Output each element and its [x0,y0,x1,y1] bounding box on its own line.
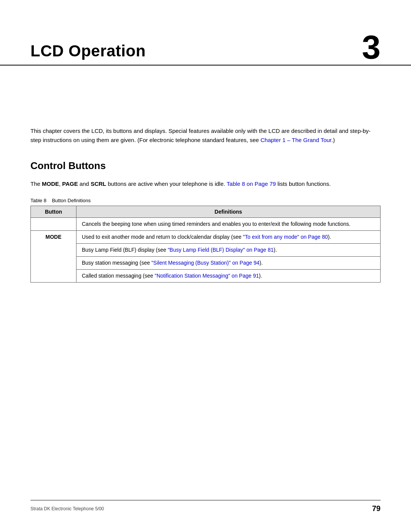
table-caption-label: Table 8 [30,198,46,203]
section-text-1: The [30,181,42,187]
chapter-title: LCD Operation [30,42,146,60]
col-header-button: Button [31,206,76,218]
table-row-1: Busy Lamp Field (BLF) display (see "Busy… [31,244,381,257]
section-body: The MODE, PAGE and SCRL buttons are acti… [30,179,381,189]
table-caption-text: Button Definitions [52,198,91,203]
cancel-button-cell [31,218,76,231]
table-caption: Table 8 Button Definitions [30,198,381,203]
chapter-number: 3 [362,30,381,64]
mode-label-cell: MODE [31,231,76,283]
row-4-link[interactable]: "Notification Station Messaging" on Page… [155,273,259,279]
page-bold: PAGE [62,181,78,187]
main-content: This chapter covers the LCD, its buttons… [0,126,411,283]
scrl-bold: SCRL [91,181,106,187]
section-text-4: lists button functions. [276,181,331,187]
row-0-def-text1: Used to exit another mode and return to … [82,234,243,240]
table-row-0: MODE Used to exit another mode and retur… [31,231,381,244]
table-row-4: Called station messaging (see "Notificat… [31,270,381,283]
col-header-definitions: Definitions [76,206,381,218]
page-footer: Strata DK Electronic Telephone 5/00 79 [30,500,381,513]
section-heading: Control Buttons [30,160,381,172]
table-link[interactable]: Table 8 on Page 79 [227,181,276,187]
row-0-def-text2: ). [328,234,331,240]
row-4-def-text1: Called station messaging (see [82,273,155,279]
intro-paragraph: This chapter covers the LCD, its buttons… [30,126,381,145]
row-2-link[interactable]: "Silent Messaging (Busy Station)" on Pag… [151,260,260,266]
row-2-def-text2: ). [260,260,263,266]
row-2-def-text1: Busy station messaging (see [82,260,151,266]
row-4-def-cell: Called station messaging (see "Notificat… [76,270,381,283]
row-0-def-cell: Used to exit another mode and return to … [76,231,381,244]
chapter-header: LCD Operation 3 [0,0,411,66]
footer-left-text: Strata DK Electronic Telephone 5/00 [30,506,104,511]
row-1-link[interactable]: "Busy Lamp Field (BLF) Display" on Page … [168,247,274,253]
row-0-link[interactable]: "To exit from any mode" on Page 80 [243,234,328,240]
row-2-def-cell: Busy station messaging (see "Silent Mess… [76,257,381,270]
section-text-3: buttons are active when your telephone i… [106,181,227,187]
cancel-def-cell: Cancels the beeping tone when using time… [76,218,381,231]
row-1-def-cell: Busy Lamp Field (BLF) display (see "Busy… [76,244,381,257]
row-1-def-text2: ). [274,247,277,253]
mode-bold: MODE [42,181,59,187]
section-text-2: and [78,181,91,187]
table-row-2: Busy station messaging (see "Silent Mess… [31,257,381,270]
intro-text-after-link: .) [331,137,335,143]
table-row-cancel: Cancels the beeping tone when using time… [31,218,381,231]
button-definitions-table: Button Definitions Cancels the beeping t… [30,206,381,283]
page: LCD Operation 3 This chapter covers the … [0,0,411,532]
row-4-def-text2: ). [259,273,262,279]
page-number: 79 [372,504,381,513]
table-header-row: Button Definitions [31,206,381,218]
intro-link[interactable]: Chapter 1 – The Grand Tour [261,137,331,143]
row-1-def-text1: Busy Lamp Field (BLF) display (see [82,247,168,253]
